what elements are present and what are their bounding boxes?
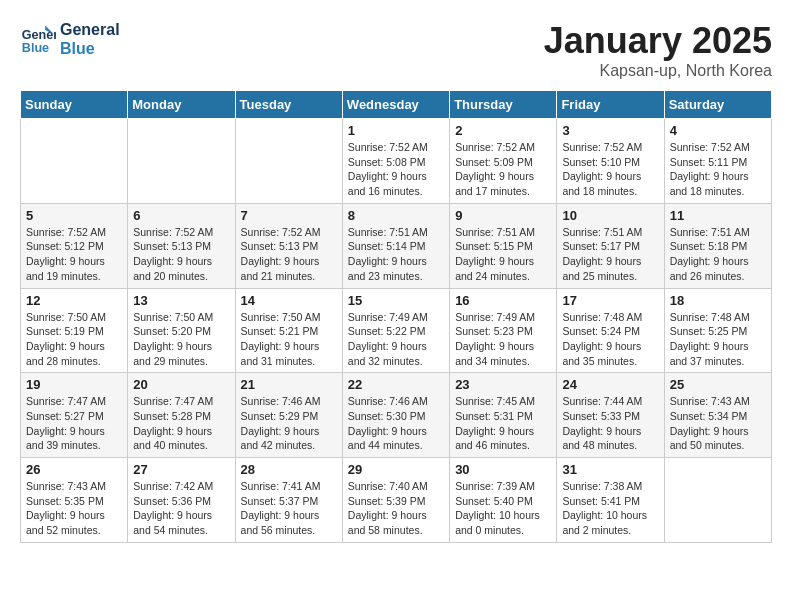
day-number: 9 bbox=[455, 208, 551, 223]
calendar-table: SundayMondayTuesdayWednesdayThursdayFrid… bbox=[20, 90, 772, 543]
day-number: 16 bbox=[455, 293, 551, 308]
calendar-cell: 10Sunrise: 7:51 AM Sunset: 5:17 PM Dayli… bbox=[557, 203, 664, 288]
day-info: Sunrise: 7:50 AM Sunset: 5:21 PM Dayligh… bbox=[241, 310, 337, 369]
calendar-cell: 19Sunrise: 7:47 AM Sunset: 5:27 PM Dayli… bbox=[21, 373, 128, 458]
day-number: 22 bbox=[348, 377, 444, 392]
title-area: January 2025 Kapsan-up, North Korea bbox=[544, 20, 772, 80]
weekday-header-friday: Friday bbox=[557, 91, 664, 119]
calendar-cell: 28Sunrise: 7:41 AM Sunset: 5:37 PM Dayli… bbox=[235, 458, 342, 543]
week-row-3: 12Sunrise: 7:50 AM Sunset: 5:19 PM Dayli… bbox=[21, 288, 772, 373]
week-row-5: 26Sunrise: 7:43 AM Sunset: 5:35 PM Dayli… bbox=[21, 458, 772, 543]
day-number: 11 bbox=[670, 208, 766, 223]
day-info: Sunrise: 7:52 AM Sunset: 5:09 PM Dayligh… bbox=[455, 140, 551, 199]
day-info: Sunrise: 7:51 AM Sunset: 5:15 PM Dayligh… bbox=[455, 225, 551, 284]
weekday-header-tuesday: Tuesday bbox=[235, 91, 342, 119]
day-info: Sunrise: 7:51 AM Sunset: 5:14 PM Dayligh… bbox=[348, 225, 444, 284]
weekday-header-wednesday: Wednesday bbox=[342, 91, 449, 119]
day-info: Sunrise: 7:52 AM Sunset: 5:13 PM Dayligh… bbox=[133, 225, 229, 284]
day-number: 21 bbox=[241, 377, 337, 392]
calendar-cell: 7Sunrise: 7:52 AM Sunset: 5:13 PM Daylig… bbox=[235, 203, 342, 288]
calendar-cell: 1Sunrise: 7:52 AM Sunset: 5:08 PM Daylig… bbox=[342, 119, 449, 204]
day-info: Sunrise: 7:48 AM Sunset: 5:25 PM Dayligh… bbox=[670, 310, 766, 369]
calendar-cell: 6Sunrise: 7:52 AM Sunset: 5:13 PM Daylig… bbox=[128, 203, 235, 288]
day-info: Sunrise: 7:49 AM Sunset: 5:23 PM Dayligh… bbox=[455, 310, 551, 369]
day-info: Sunrise: 7:50 AM Sunset: 5:20 PM Dayligh… bbox=[133, 310, 229, 369]
calendar-cell: 12Sunrise: 7:50 AM Sunset: 5:19 PM Dayli… bbox=[21, 288, 128, 373]
day-info: Sunrise: 7:39 AM Sunset: 5:40 PM Dayligh… bbox=[455, 479, 551, 538]
day-info: Sunrise: 7:52 AM Sunset: 5:12 PM Dayligh… bbox=[26, 225, 122, 284]
day-info: Sunrise: 7:45 AM Sunset: 5:31 PM Dayligh… bbox=[455, 394, 551, 453]
day-number: 23 bbox=[455, 377, 551, 392]
calendar-cell: 15Sunrise: 7:49 AM Sunset: 5:22 PM Dayli… bbox=[342, 288, 449, 373]
day-number: 25 bbox=[670, 377, 766, 392]
calendar-cell: 2Sunrise: 7:52 AM Sunset: 5:09 PM Daylig… bbox=[450, 119, 557, 204]
calendar-cell: 17Sunrise: 7:48 AM Sunset: 5:24 PM Dayli… bbox=[557, 288, 664, 373]
calendar-cell bbox=[664, 458, 771, 543]
day-info: Sunrise: 7:42 AM Sunset: 5:36 PM Dayligh… bbox=[133, 479, 229, 538]
header: General Blue General Blue January 2025 K… bbox=[20, 20, 772, 80]
day-number: 26 bbox=[26, 462, 122, 477]
weekday-header-thursday: Thursday bbox=[450, 91, 557, 119]
day-number: 29 bbox=[348, 462, 444, 477]
day-info: Sunrise: 7:47 AM Sunset: 5:27 PM Dayligh… bbox=[26, 394, 122, 453]
calendar-cell: 20Sunrise: 7:47 AM Sunset: 5:28 PM Dayli… bbox=[128, 373, 235, 458]
day-number: 15 bbox=[348, 293, 444, 308]
day-number: 10 bbox=[562, 208, 658, 223]
day-info: Sunrise: 7:50 AM Sunset: 5:19 PM Dayligh… bbox=[26, 310, 122, 369]
calendar-cell: 5Sunrise: 7:52 AM Sunset: 5:12 PM Daylig… bbox=[21, 203, 128, 288]
weekday-header-row: SundayMondayTuesdayWednesdayThursdayFrid… bbox=[21, 91, 772, 119]
day-info: Sunrise: 7:46 AM Sunset: 5:30 PM Dayligh… bbox=[348, 394, 444, 453]
location-title: Kapsan-up, North Korea bbox=[544, 62, 772, 80]
calendar-cell: 24Sunrise: 7:44 AM Sunset: 5:33 PM Dayli… bbox=[557, 373, 664, 458]
calendar-cell bbox=[235, 119, 342, 204]
day-info: Sunrise: 7:44 AM Sunset: 5:33 PM Dayligh… bbox=[562, 394, 658, 453]
weekday-header-monday: Monday bbox=[128, 91, 235, 119]
svg-text:Blue: Blue bbox=[22, 41, 49, 55]
day-number: 7 bbox=[241, 208, 337, 223]
day-number: 18 bbox=[670, 293, 766, 308]
calendar-cell: 11Sunrise: 7:51 AM Sunset: 5:18 PM Dayli… bbox=[664, 203, 771, 288]
logo-icon: General Blue bbox=[20, 21, 56, 57]
day-number: 31 bbox=[562, 462, 658, 477]
calendar-cell: 4Sunrise: 7:52 AM Sunset: 5:11 PM Daylig… bbox=[664, 119, 771, 204]
day-number: 2 bbox=[455, 123, 551, 138]
calendar-cell: 23Sunrise: 7:45 AM Sunset: 5:31 PM Dayli… bbox=[450, 373, 557, 458]
calendar-cell bbox=[128, 119, 235, 204]
day-number: 1 bbox=[348, 123, 444, 138]
calendar-cell: 9Sunrise: 7:51 AM Sunset: 5:15 PM Daylig… bbox=[450, 203, 557, 288]
day-number: 19 bbox=[26, 377, 122, 392]
day-info: Sunrise: 7:49 AM Sunset: 5:22 PM Dayligh… bbox=[348, 310, 444, 369]
calendar-cell: 16Sunrise: 7:49 AM Sunset: 5:23 PM Dayli… bbox=[450, 288, 557, 373]
calendar-cell: 27Sunrise: 7:42 AM Sunset: 5:36 PM Dayli… bbox=[128, 458, 235, 543]
calendar-cell: 25Sunrise: 7:43 AM Sunset: 5:34 PM Dayli… bbox=[664, 373, 771, 458]
calendar-cell: 3Sunrise: 7:52 AM Sunset: 5:10 PM Daylig… bbox=[557, 119, 664, 204]
month-title: January 2025 bbox=[544, 20, 772, 62]
day-info: Sunrise: 7:43 AM Sunset: 5:35 PM Dayligh… bbox=[26, 479, 122, 538]
day-info: Sunrise: 7:41 AM Sunset: 5:37 PM Dayligh… bbox=[241, 479, 337, 538]
calendar-cell: 29Sunrise: 7:40 AM Sunset: 5:39 PM Dayli… bbox=[342, 458, 449, 543]
calendar-cell: 21Sunrise: 7:46 AM Sunset: 5:29 PM Dayli… bbox=[235, 373, 342, 458]
day-number: 13 bbox=[133, 293, 229, 308]
weekday-header-sunday: Sunday bbox=[21, 91, 128, 119]
day-info: Sunrise: 7:52 AM Sunset: 5:13 PM Dayligh… bbox=[241, 225, 337, 284]
calendar-cell: 30Sunrise: 7:39 AM Sunset: 5:40 PM Dayli… bbox=[450, 458, 557, 543]
week-row-1: 1Sunrise: 7:52 AM Sunset: 5:08 PM Daylig… bbox=[21, 119, 772, 204]
calendar-cell: 13Sunrise: 7:50 AM Sunset: 5:20 PM Dayli… bbox=[128, 288, 235, 373]
day-number: 17 bbox=[562, 293, 658, 308]
day-info: Sunrise: 7:52 AM Sunset: 5:08 PM Dayligh… bbox=[348, 140, 444, 199]
logo-general: General bbox=[60, 20, 120, 39]
day-number: 4 bbox=[670, 123, 766, 138]
day-info: Sunrise: 7:51 AM Sunset: 5:18 PM Dayligh… bbox=[670, 225, 766, 284]
day-info: Sunrise: 7:48 AM Sunset: 5:24 PM Dayligh… bbox=[562, 310, 658, 369]
day-number: 8 bbox=[348, 208, 444, 223]
day-info: Sunrise: 7:40 AM Sunset: 5:39 PM Dayligh… bbox=[348, 479, 444, 538]
day-info: Sunrise: 7:52 AM Sunset: 5:10 PM Dayligh… bbox=[562, 140, 658, 199]
day-number: 5 bbox=[26, 208, 122, 223]
day-info: Sunrise: 7:51 AM Sunset: 5:17 PM Dayligh… bbox=[562, 225, 658, 284]
day-info: Sunrise: 7:38 AM Sunset: 5:41 PM Dayligh… bbox=[562, 479, 658, 538]
day-number: 14 bbox=[241, 293, 337, 308]
calendar-cell: 18Sunrise: 7:48 AM Sunset: 5:25 PM Dayli… bbox=[664, 288, 771, 373]
day-info: Sunrise: 7:47 AM Sunset: 5:28 PM Dayligh… bbox=[133, 394, 229, 453]
week-row-2: 5Sunrise: 7:52 AM Sunset: 5:12 PM Daylig… bbox=[21, 203, 772, 288]
calendar-cell: 31Sunrise: 7:38 AM Sunset: 5:41 PM Dayli… bbox=[557, 458, 664, 543]
